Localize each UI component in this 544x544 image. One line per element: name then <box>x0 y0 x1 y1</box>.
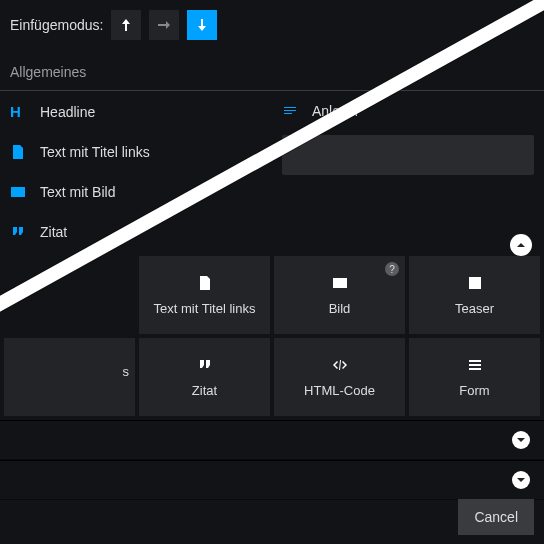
tile-grid-wrap: Text mit Titel links ? Bild Teaser s Zit… <box>0 252 544 420</box>
tile-html-code[interactable]: HTML-Code <box>274 338 405 416</box>
mode-replace-button[interactable] <box>149 10 179 40</box>
tile-image[interactable]: ? Bild <box>274 256 405 334</box>
quote-icon <box>197 357 213 377</box>
chevron-down-icon <box>512 471 530 489</box>
headline-icon: H <box>10 103 28 120</box>
tile-empty <box>4 256 135 334</box>
list-item-label: Text mit Titel links <box>40 144 150 160</box>
mode-before-button[interactable] <box>111 10 141 40</box>
document-icon <box>197 275 213 295</box>
tile-cut-partial[interactable]: s <box>4 338 135 416</box>
image-icon <box>10 184 28 200</box>
accordion-collapse-button[interactable] <box>510 234 532 256</box>
tile-grid: Text mit Titel links ? Bild Teaser s Zit… <box>4 256 540 416</box>
quote-icon <box>10 224 28 240</box>
tile-text-title-left[interactable]: Text mit Titel links <box>139 256 270 334</box>
list-item-label: Headline <box>40 104 95 120</box>
list-item-label: Zitat <box>40 224 67 240</box>
tile-quote[interactable]: Zitat <box>139 338 270 416</box>
section-title: Allgemeines <box>0 48 544 91</box>
list-item-label: Anleser <box>312 103 359 119</box>
document-icon <box>10 144 28 160</box>
tile-label: Text mit Titel links <box>154 301 256 316</box>
mode-after-button[interactable] <box>187 10 217 40</box>
tile-teaser[interactable]: Teaser <box>409 256 540 334</box>
insert-mode-bar: Einfügemodus: <box>0 0 544 48</box>
arrow-up-icon <box>118 17 134 33</box>
tile-label: Bild <box>329 301 351 316</box>
tile-form[interactable]: Form <box>409 338 540 416</box>
section-collapsed-1[interactable] <box>0 420 544 460</box>
help-icon[interactable]: ? <box>385 262 399 276</box>
tile-label: s <box>123 364 130 379</box>
cancel-button[interactable]: Cancel <box>458 499 534 535</box>
tile-label: Zitat <box>192 383 217 398</box>
anleser-icon <box>282 103 300 119</box>
image-icon <box>332 275 348 295</box>
tile-label: Teaser <box>455 301 494 316</box>
code-icon <box>332 357 348 377</box>
list-item-quote[interactable]: Zitat <box>0 212 77 252</box>
form-icon <box>467 357 483 377</box>
element-list: H Headline Text mit Titel links Text mit… <box>0 91 544 252</box>
arrow-down-icon <box>194 17 210 33</box>
insert-mode-label: Einfügemodus: <box>10 17 103 33</box>
chevron-up-icon <box>513 237 529 253</box>
list-item-label: Text mit Bild <box>40 184 115 200</box>
list-item-anleser[interactable]: Anleser <box>272 91 369 131</box>
list-item-placeholder <box>282 135 534 175</box>
arrow-right-icon <box>156 17 172 33</box>
tile-label: Form <box>459 383 489 398</box>
chevron-down-icon <box>512 431 530 449</box>
dialog-footer: Cancel <box>0 490 544 544</box>
list-item-text-title-left[interactable]: Text mit Titel links <box>0 132 160 172</box>
list-item-text-image[interactable]: Text mit Bild <box>0 172 125 212</box>
tile-label: HTML-Code <box>304 383 375 398</box>
teaser-icon <box>467 275 483 295</box>
list-item-headline[interactable]: H Headline <box>0 91 105 132</box>
